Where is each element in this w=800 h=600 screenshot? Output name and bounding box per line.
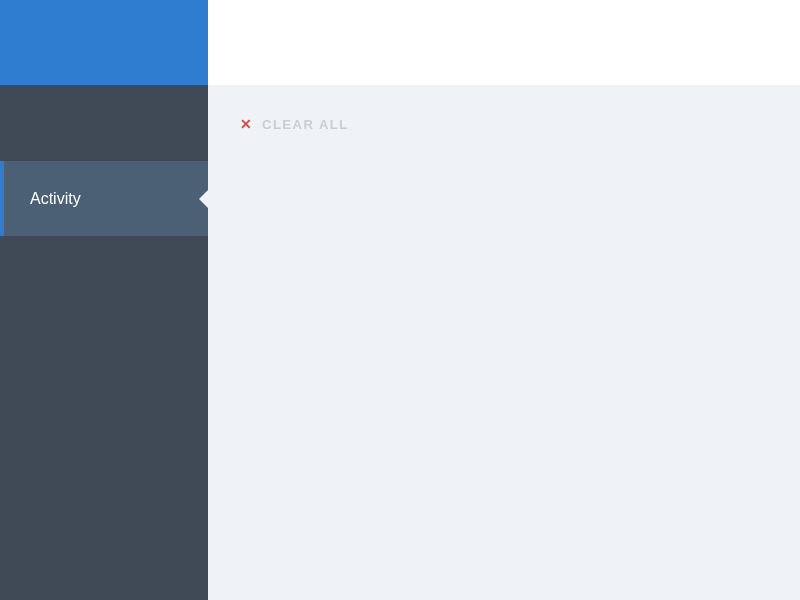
main-content: ✕ CLEAR ALL (208, 85, 800, 600)
clear-all-button[interactable]: ✕ CLEAR ALL (240, 117, 349, 132)
app-root: Activity ✕ CLEAR ALL (0, 0, 800, 600)
sidebar-spacer (0, 85, 208, 161)
sidebar-item-label: Activity (30, 190, 81, 208)
close-icon: ✕ (240, 117, 252, 131)
clear-all-label: CLEAR ALL (262, 117, 349, 132)
active-arrow-icon (199, 189, 209, 209)
main-header (208, 0, 800, 85)
sidebar: Activity (0, 0, 208, 600)
sidebar-item-activity[interactable]: Activity (0, 161, 208, 236)
main-area: ✕ CLEAR ALL (208, 0, 800, 600)
sidebar-brand (0, 0, 208, 85)
